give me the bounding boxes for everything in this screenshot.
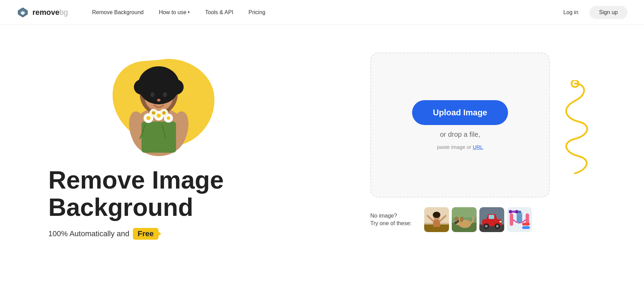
free-badge: Free	[133, 228, 158, 240]
nav-links: Remove Background How to use ▾ Tools & A…	[85, 0, 558, 25]
sample-thumbs	[424, 207, 532, 232]
url-link[interactable]: URL	[473, 144, 483, 150]
nav-auth: Log in Sign up	[558, 6, 627, 19]
svg-rect-56	[499, 221, 501, 222]
svg-point-27	[152, 111, 155, 115]
svg-point-46	[457, 220, 459, 222]
main-content: Remove Image Background 100% Automatical…	[0, 25, 644, 253]
svg-point-47	[455, 222, 457, 224]
svg-point-38	[433, 212, 440, 218]
logo[interactable]: removebg	[17, 6, 68, 19]
svg-rect-62	[517, 213, 522, 214]
svg-rect-18	[142, 122, 176, 153]
right-section: Upload Image or drop a file, paste image…	[304, 46, 616, 232]
svg-point-28	[162, 111, 166, 115]
squiggle-decoration	[554, 80, 596, 184]
hero-person-illustration	[110, 52, 207, 156]
svg-point-24	[146, 116, 150, 120]
signup-button[interactable]: Sign up	[589, 6, 627, 19]
svg-point-25	[157, 114, 161, 118]
svg-rect-35	[433, 220, 440, 227]
nav-item-remove-background[interactable]: Remove Background	[85, 0, 151, 25]
hero-text-block: Remove Image Background 100% Automatical…	[41, 166, 276, 240]
logo-icon	[17, 6, 29, 19]
nav-item-how-to-use[interactable]: How to use ▾	[151, 0, 197, 25]
main-heading: Remove Image Background	[48, 166, 276, 221]
logo-text: removebg	[32, 8, 68, 17]
svg-rect-58	[510, 213, 513, 226]
sample-thumb-4[interactable]	[507, 207, 532, 232]
svg-rect-51	[489, 215, 494, 219]
svg-rect-67	[522, 226, 530, 229]
paste-url-text: paste image or URL	[437, 144, 483, 150]
drop-file-text: or drop a file,	[440, 131, 480, 138]
svg-point-64	[509, 210, 512, 213]
sample-thumb-3[interactable]	[479, 207, 504, 232]
samples-row: No image? Try one of these:	[370, 207, 550, 232]
svg-point-17	[157, 99, 160, 102]
samples-text: No image? Try one of these:	[370, 212, 419, 228]
sample-thumb-2[interactable]	[452, 207, 477, 232]
login-button[interactable]: Log in	[558, 7, 584, 18]
nav-item-tools-api[interactable]: Tools & API	[197, 0, 241, 25]
svg-rect-40	[452, 207, 477, 218]
upload-image-button[interactable]: Upload Image	[412, 100, 508, 125]
hero-image-area	[90, 46, 228, 156]
svg-point-16	[163, 92, 167, 97]
svg-rect-66	[522, 223, 530, 226]
nav-item-pricing[interactable]: Pricing	[241, 0, 273, 25]
sub-heading: 100% Automatically and Free	[48, 228, 276, 240]
svg-point-14	[151, 67, 166, 83]
svg-point-55	[496, 225, 499, 228]
upload-card[interactable]: Upload Image or drop a file, paste image…	[370, 52, 550, 198]
chevron-down-icon: ▾	[188, 10, 190, 15]
svg-point-65	[515, 210, 518, 213]
sample-thumb-1[interactable]	[424, 207, 449, 232]
svg-point-15	[150, 92, 155, 97]
svg-point-54	[485, 225, 488, 228]
navigation: removebg Remove Background How to use ▾ …	[0, 0, 644, 25]
svg-point-26	[167, 116, 170, 120]
left-section: Remove Image Background 100% Automatical…	[41, 46, 276, 240]
